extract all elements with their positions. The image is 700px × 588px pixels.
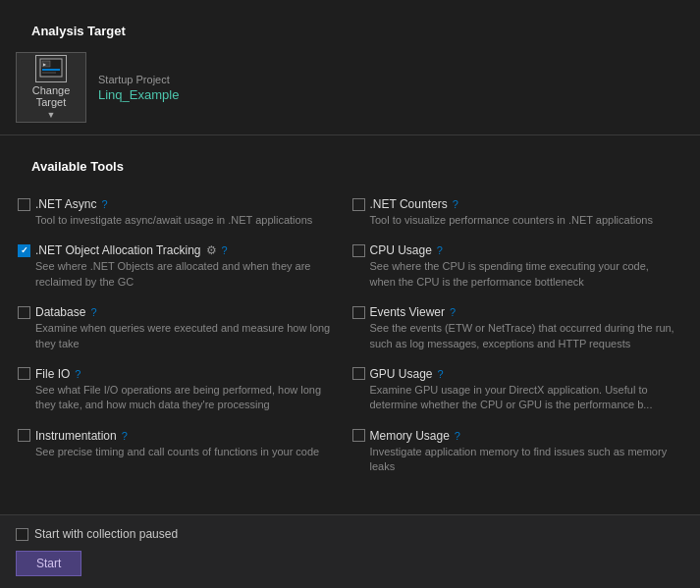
tool-desc-net-object: See where .NET Objects are allocated and… (35, 259, 343, 290)
help-icon-instrumentation[interactable]: ? (122, 430, 128, 442)
tool-item-gpu-usage: GPU Usage?Examine GPU usage in your Dire… (350, 359, 685, 421)
tool-header-net-counters: .NET Counters? (352, 197, 677, 211)
tool-name-net-counters: .NET Counters (370, 197, 448, 211)
tool-header-events-viewer: Events Viewer? (352, 305, 677, 319)
analysis-target-section: Analysis Target ▶ Change Target ▼ Startu… (0, 0, 700, 134)
help-icon-gpu-usage[interactable]: ? (438, 368, 444, 380)
tool-header-memory-usage: Memory Usage? (352, 429, 677, 443)
tool-desc-net-counters: Tool to visualize performance counters i… (370, 213, 677, 228)
help-icon-database[interactable]: ? (90, 306, 96, 318)
tool-header-cpu-usage: CPU Usage? (352, 243, 677, 257)
tool-desc-memory-usage: Investigate application memory to find i… (370, 445, 677, 475)
help-icon-net-object[interactable]: ? (222, 244, 228, 256)
tool-checkbox-database[interactable] (18, 306, 30, 319)
help-icon-file-io[interactable]: ? (75, 368, 81, 380)
tool-header-net-async: .NET Async? (18, 197, 343, 211)
tool-checkbox-cpu-usage[interactable] (352, 244, 365, 257)
tool-desc-file-io: See what File I/O operations are being p… (35, 383, 343, 413)
bottom-section: Start with collection paused Start (0, 514, 700, 588)
svg-rect-3 (42, 72, 56, 74)
gear-icon-net-object[interactable]: ⚙ (206, 243, 217, 257)
help-icon-events-viewer[interactable]: ? (450, 306, 456, 318)
tool-checkbox-gpu-usage[interactable] (352, 367, 365, 380)
help-icon-cpu-usage[interactable]: ? (437, 244, 443, 256)
help-icon-memory-usage[interactable]: ? (455, 430, 460, 442)
start-button[interactable]: Start (16, 551, 81, 576)
tool-desc-instrumentation: See precise timing and call counts of fu… (35, 445, 343, 459)
tool-name-instrumentation: Instrumentation (35, 429, 117, 443)
tool-header-instrumentation: Instrumentation? (18, 429, 343, 443)
tool-checkbox-events-viewer[interactable] (352, 306, 365, 319)
tool-item-memory-usage: Memory Usage?Investigate application mem… (350, 421, 685, 483)
tool-item-database: Database?Examine when queries were execu… (16, 297, 350, 359)
tool-item-events-viewer: Events Viewer?See the events (ETW or Net… (350, 297, 685, 359)
tool-header-net-object: .NET Object Allocation Tracking⚙? (18, 243, 343, 257)
analysis-target-title: Analysis Target (16, 10, 684, 46)
svg-rect-2 (42, 69, 60, 71)
tool-checkbox-net-object[interactable] (18, 244, 30, 257)
tool-desc-database: Examine when queries were executed and m… (35, 321, 343, 351)
tool-checkbox-net-counters[interactable] (352, 198, 365, 211)
project-name: Linq_Example (98, 87, 179, 102)
tool-name-gpu-usage: GPU Usage (370, 367, 433, 381)
collection-paused-row: Start with collection paused (16, 527, 684, 541)
tool-header-file-io: File IO? (18, 367, 343, 381)
tools-grid: .NET Async?Tool to investigate async/awa… (16, 189, 684, 483)
tool-name-net-object: .NET Object Allocation Tracking (35, 243, 201, 257)
change-target-label: Change Target (17, 84, 85, 108)
tool-item-net-counters: .NET Counters?Tool to visualize performa… (350, 189, 685, 236)
target-box: ▶ Change Target ▼ Startup Project Linq_E… (16, 52, 684, 123)
tool-checkbox-file-io[interactable] (18, 367, 30, 380)
tool-name-database: Database (35, 305, 85, 319)
startup-project-label: Startup Project (98, 74, 179, 85)
tool-item-net-async: .NET Async?Tool to investigate async/awa… (16, 189, 350, 236)
collection-paused-checkbox[interactable] (16, 528, 28, 541)
dropdown-arrow-icon: ▼ (47, 110, 56, 120)
change-target-button[interactable]: ▶ Change Target ▼ (16, 52, 86, 123)
help-icon-net-counters[interactable]: ? (453, 198, 458, 210)
tool-header-gpu-usage: GPU Usage? (352, 367, 677, 381)
tool-desc-events-viewer: See the events (ETW or NetTrace) that oc… (370, 321, 677, 351)
target-icon-svg: ▶ (39, 58, 63, 80)
target-info: Startup Project Linq_Example (98, 74, 179, 102)
tool-header-database: Database? (18, 305, 343, 319)
tool-name-net-async: .NET Async (35, 197, 96, 211)
tool-checkbox-memory-usage[interactable] (352, 429, 365, 442)
available-tools-title: Available Tools (16, 145, 684, 182)
target-icon: ▶ (35, 55, 67, 82)
tool-item-net-object: .NET Object Allocation Tracking⚙?See whe… (16, 236, 350, 297)
available-tools-section: Available Tools .NET Async?Tool to inves… (0, 135, 700, 493)
tool-desc-gpu-usage: Examine GPU usage in your DirectX applic… (370, 383, 677, 413)
tool-checkbox-net-async[interactable] (18, 198, 30, 211)
tool-item-instrumentation: Instrumentation?See precise timing and c… (16, 421, 350, 483)
tool-desc-cpu-usage: See where the CPU is spending time execu… (370, 259, 677, 290)
tool-item-file-io: File IO?See what File I/O operations are… (16, 359, 350, 421)
tool-name-cpu-usage: CPU Usage (370, 243, 432, 257)
tool-name-memory-usage: Memory Usage (370, 429, 450, 443)
collection-paused-label: Start with collection paused (34, 527, 178, 541)
tool-item-cpu-usage: CPU Usage?See where the CPU is spending … (350, 236, 685, 297)
tool-checkbox-instrumentation[interactable] (18, 429, 30, 442)
tool-desc-net-async: Tool to investigate async/await usage in… (35, 213, 343, 228)
help-icon-net-async[interactable]: ? (101, 198, 107, 210)
tool-name-file-io: File IO (35, 367, 70, 381)
tool-name-events-viewer: Events Viewer (370, 305, 445, 319)
